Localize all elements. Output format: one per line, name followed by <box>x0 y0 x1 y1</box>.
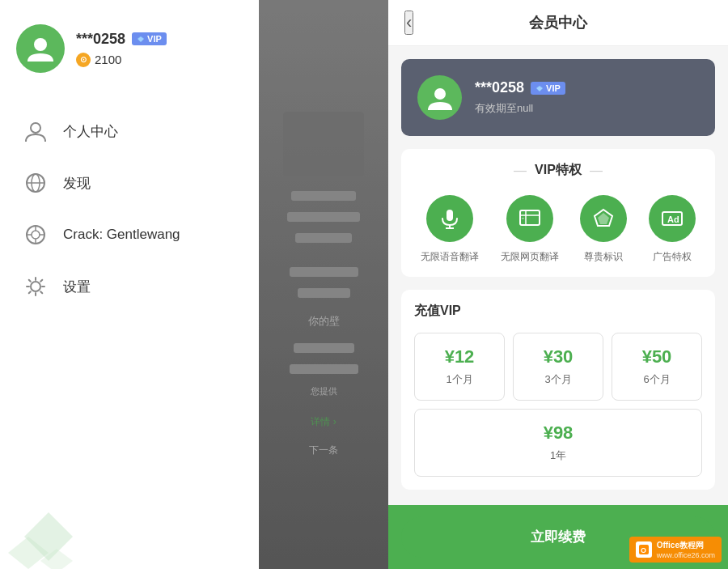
person-icon <box>24 120 47 142</box>
coins-value: 2100 <box>95 53 121 66</box>
vip-label-card: VIP <box>546 83 561 93</box>
nav-menu: 个人中心 发现 <box>16 105 243 312</box>
web-icon: " <box>518 206 542 231</box>
price-1month: ¥12 <box>445 346 475 367</box>
member-card: ***0258 VIP 有效期至null <box>401 59 715 136</box>
svg-marker-16 <box>536 86 543 91</box>
svg-marker-1 <box>138 36 144 42</box>
user-info: ***0258 VIP ⊙ 2100 <box>76 31 167 67</box>
vip-section-header: — VIP特权 — <box>414 162 702 179</box>
svg-point-7 <box>32 231 40 239</box>
svg-text:": " <box>522 216 524 223</box>
sidebar-item-label-crack: Crack: Gentlewang <box>63 227 180 243</box>
divider-left: — <box>514 163 527 178</box>
settings-icon <box>24 275 47 298</box>
feature-voice-translate: 无限语音翻译 <box>421 195 479 264</box>
back-button[interactable]: ‹ <box>404 11 413 35</box>
price-grid-row1: ¥12 1个月 ¥30 3个月 ¥50 6个月 <box>414 333 702 401</box>
middle-overlay: 你的壁 您提供 详情 › 下一条 <box>259 0 388 569</box>
feature-badge: 尊贵标识 <box>580 195 627 264</box>
member-name-row: ***0258 VIP <box>475 79 565 96</box>
right-header: ‹ 会员中心 <box>388 0 728 46</box>
username: ***0258 <box>76 31 125 48</box>
feature-label-badge: 尊贵标识 <box>584 250 623 264</box>
price-card-1month[interactable]: ¥12 1个月 <box>414 333 505 401</box>
vip-badge-left: VIP <box>132 32 167 45</box>
recharge-section: 充值VIP ¥12 1个月 ¥30 3个月 ¥50 6个月 ¥98 1年 <box>401 290 715 490</box>
sidebar-item-label-personal: 个人中心 <box>63 122 118 141</box>
feature-label-web: 无限网页翻译 <box>501 250 559 264</box>
left-panel: ***0258 VIP ⊙ 2100 <box>0 0 259 569</box>
svg-text:Ad: Ad <box>667 214 679 224</box>
feature-web-translate: " 无限网页翻译 <box>501 195 559 264</box>
watermark: O Office教程网 www.office26.com <box>629 537 722 563</box>
vip-diamond-icon <box>535 85 544 91</box>
watermark-text: Office教程网 www.office26.com <box>657 540 715 559</box>
sidebar-item-label-discover: 发现 <box>63 174 91 193</box>
svg-point-15 <box>434 88 446 100</box>
svg-rect-17 <box>447 210 453 221</box>
sidebar-item-label-settings: 设置 <box>63 278 91 296</box>
badge-icon-wrap <box>580 195 627 242</box>
user-avatar-icon <box>26 34 55 63</box>
watermark-logo: O <box>636 541 652 558</box>
duration-6month: 6个月 <box>643 372 670 387</box>
office-logo-icon: O <box>637 543 650 556</box>
price-card-1year[interactable]: ¥98 1年 <box>414 409 702 477</box>
vip-badge-card: VIP <box>531 82 565 95</box>
price-3month: ¥30 <box>544 346 574 367</box>
price-card-6month[interactable]: ¥50 6个月 <box>612 333 702 401</box>
svg-point-2 <box>31 123 40 133</box>
diamond-icon <box>137 35 145 43</box>
sidebar-item-personal[interactable]: 个人中心 <box>16 105 243 157</box>
svg-text:O: O <box>641 546 646 554</box>
mic-icon <box>438 206 462 231</box>
coin-icon: ⊙ <box>76 53 91 67</box>
ad-rights-icon-wrap: Ad <box>649 195 696 242</box>
features-grid: 无限语音翻译 " 无限网页翻译 <box>414 195 702 264</box>
sidebar-item-settings[interactable]: 设置 <box>16 261 243 312</box>
page-title: 会员中心 <box>529 13 587 32</box>
web-translate-icon-wrap: " <box>506 195 553 242</box>
price-1year: ¥98 <box>544 423 574 444</box>
watermark-line2: www.office26.com <box>657 551 715 559</box>
vip-section-title: VIP特权 <box>535 162 582 179</box>
divider-right: — <box>590 163 603 178</box>
middle-overlay-inner: 你的壁 您提供 详情 › 下一条 <box>259 0 388 569</box>
sidebar-item-discover[interactable]: 发现 <box>16 157 243 209</box>
member-info: ***0258 VIP 有效期至null <box>475 79 565 116</box>
duration-1year: 1年 <box>550 448 566 463</box>
member-expiry: 有效期至null <box>475 101 565 116</box>
avatar <box>16 24 65 73</box>
user-header: ***0258 VIP ⊙ 2100 <box>16 24 243 73</box>
vip-label: VIP <box>147 34 162 44</box>
member-username: ***0258 <box>475 79 524 96</box>
svg-marker-25 <box>598 213 609 224</box>
svg-point-0 <box>34 38 47 51</box>
duration-1month: 1个月 <box>446 372 472 387</box>
decorative-diamonds <box>0 504 97 569</box>
user-name-row: ***0258 VIP <box>76 31 167 48</box>
member-avatar <box>417 75 462 120</box>
feature-label-voice: 无限语音翻译 <box>421 250 479 264</box>
recharge-title: 充值VIP <box>414 303 702 320</box>
price-card-3month[interactable]: ¥30 3个月 <box>513 333 603 401</box>
duration-3month: 3个月 <box>544 372 571 387</box>
right-panel: ‹ 会员中心 ***0258 VIP 有效期至null <box>388 0 728 569</box>
feature-label-ad: 广告特权 <box>653 250 692 264</box>
coins-row: ⊙ 2100 <box>76 53 167 67</box>
ad-icon: Ad <box>660 206 684 231</box>
voice-translate-icon-wrap <box>426 195 473 242</box>
feature-ad-rights: Ad 广告特权 <box>649 195 696 264</box>
star-icon <box>24 223 47 246</box>
sidebar-item-crack[interactable]: Crack: Gentlewang <box>16 209 243 261</box>
price-grid-row2: ¥98 1年 <box>414 409 702 477</box>
vip-features-section: — VIP特权 — 无限语音翻译 <box>401 149 715 277</box>
member-avatar-icon <box>426 84 454 112</box>
discover-icon <box>24 172 47 194</box>
price-6month: ¥50 <box>642 346 672 367</box>
watermark-line1: Office教程网 <box>657 540 715 551</box>
badge-diamond-icon <box>591 206 616 231</box>
